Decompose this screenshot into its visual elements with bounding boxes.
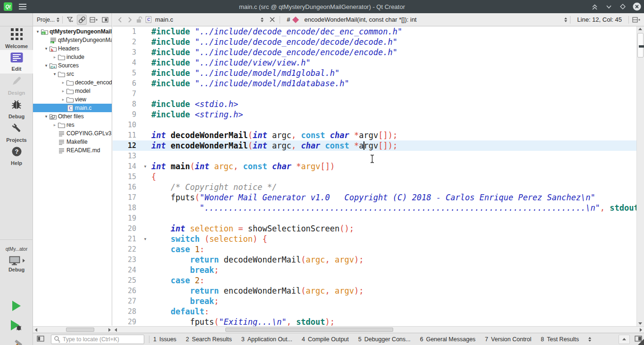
locator-input[interactable]: Type to locate (Ctrl+K) [51,335,144,344]
line-number[interactable]: 19 [113,213,141,223]
line-number[interactable]: 3 [113,47,141,58]
mode-debug[interactable]: Debug [0,97,33,121]
line-number[interactable]: 9 [113,109,141,120]
line-number[interactable]: 27 [113,296,141,306]
code-text[interactable]: #include "../include/decode_encode/dec_e… [149,26,636,37]
tree-item-makefile[interactable]: Makefile [33,138,112,146]
scroll-left-arrow-icon[interactable] [115,328,117,332]
code-text[interactable]: break; [149,296,636,306]
output-pane-button-version-control[interactable]: 7Version Control [485,336,531,343]
output-pane-button-test-results[interactable]: 8Test Results [541,336,579,343]
line-number[interactable]: 22 [113,244,141,255]
code-line[interactable]: 20 int selection = showSelectionScreen()… [113,223,636,234]
pane-selector[interactable]: Proje... [37,16,55,23]
run-button[interactable] [0,296,33,316]
nav-forward-button[interactable] [125,15,134,25]
editor-scrollbar-thumb[interactable] [225,328,393,332]
line-number[interactable]: 21 [113,234,141,244]
output-pane-button-issues[interactable]: 1Issues [153,336,176,343]
expand-open-arrow-icon[interactable]: ▾ [52,72,58,76]
code-text[interactable]: int decodeWonderMail(int argc, const cha… [149,130,636,140]
code-line[interactable]: 16 /* Copyright notice */ [113,182,636,192]
output-pane-button-general-messages[interactable]: 6General Messages [420,336,476,343]
window-shade-button[interactable] [590,2,599,11]
tree-item-src[interactable]: ▾src [33,70,112,78]
code-line[interactable]: 14▾int main(int argc, const char *argv[]… [113,161,636,172]
code-editor[interactable]: 1#include "../include/decode_encode/dec_… [113,26,636,326]
code-text[interactable]: #include <stdio.h> [149,99,636,109]
code-text[interactable]: case 2: [149,275,636,286]
fold-marker-icon[interactable]: ▾ [141,234,149,244]
split-editor-button[interactable] [632,15,641,25]
tree-item-qtmysterydungeonmailgenerator[interactable]: qtqtMysteryDungeonMailGenerator [33,36,112,44]
code-text[interactable]: switch (selection) { [149,234,636,244]
line-number[interactable]: 11 [113,130,141,140]
line-number[interactable]: 24 [113,265,141,275]
code-line[interactable]: 21▾ switch (selection) { [113,234,636,244]
output-pane-selector-icon[interactable] [588,337,591,342]
expand-closed-arrow-icon[interactable]: ▸ [60,89,66,93]
code-text[interactable] [149,120,636,130]
scroll-right-arrow-icon[interactable] [108,328,111,332]
line-number[interactable]: 8 [113,99,141,109]
tree-item-sources[interactable]: ▾C+Sources [33,61,112,70]
code-text[interactable]: fputs("Exiting...\n", stdout); [149,317,636,326]
window-minimize-button[interactable] [604,2,613,11]
code-line[interactable]: 7 [113,89,636,99]
mode-welcome[interactable]: Welcome [0,26,33,50]
line-number[interactable]: 1 [113,26,141,37]
line-number[interactable]: 5 [113,68,141,78]
line-number[interactable]: 23 [113,255,141,265]
code-line[interactable]: 3#include "../include/decode_encode/enco… [113,47,636,58]
scroll-down-arrow-icon[interactable] [638,322,642,325]
line-number[interactable]: 13 [113,151,141,161]
output-pane-button-search-results[interactable]: 2Search Results [186,336,232,343]
split-new-icon[interactable] [89,15,98,25]
tree-item-include[interactable]: ▸include [33,53,112,61]
code-text[interactable]: break; [149,265,636,275]
tree-item-model[interactable]: ▸model [33,87,112,95]
maximize-output-pane-button[interactable] [619,335,630,344]
symbol-updown-icon[interactable] [564,17,567,22]
tree-item-res[interactable]: ▸res [33,121,112,129]
toggle-left-sidebar-button[interactable] [37,335,44,344]
code-line[interactable]: 27 break; [113,296,636,306]
code-line[interactable]: 25 case 2: [113,275,636,286]
code-text[interactable]: case 1: [149,244,636,255]
code-text[interactable]: fputs("Wonder Mail Generator v1.0 Copyri… [149,192,636,203]
code-line[interactable]: 24 break; [113,265,636,275]
nav-back-button[interactable] [116,15,125,25]
line-number[interactable]: 4 [113,58,141,68]
code-text[interactable] [149,89,636,99]
line-number[interactable]: 12 [113,140,141,151]
output-pane-button-debugger-cons-[interactable]: 5Debugger Cons... [358,336,411,343]
code-text[interactable]: ".......................................… [149,203,636,213]
code-line[interactable]: 28 default: [113,306,636,317]
code-text[interactable]: return decodeWonderMail(argc, argv); [149,255,636,265]
code-line[interactable]: 2#include "../include/decode_encode/deco… [113,37,636,47]
code-text[interactable]: int main(int argc, const char *argv[]) [149,161,636,172]
code-text[interactable]: #include <string.h> [149,109,636,120]
expand-open-arrow-icon[interactable]: ▾ [43,63,49,68]
code-text[interactable]: /* Copyright notice */ [149,182,636,192]
code-text[interactable]: #include "../include/model/md1database.h… [149,78,636,89]
hide-sidebar-icon[interactable] [100,15,110,25]
output-pane-button-application-out-[interactable]: 3Application Out... [241,336,292,343]
code-line[interactable]: 15{ [113,172,636,182]
code-line[interactable]: 5#include "../include/model/md1global.h" [113,68,636,78]
line-number[interactable]: 14 [113,161,141,172]
filter-funnel-icon[interactable] [66,15,75,25]
mode-help[interactable]: ?Help [0,144,33,168]
code-line[interactable]: 12int encodeWonderMail(int argc, char co… [113,140,636,151]
tree-item-copying-gplv3[interactable]: COPYING.GPLv3 [33,129,112,138]
scroll-left-arrow-icon[interactable] [35,328,37,332]
code-text[interactable]: int encodeWonderMail(int argc, char cons… [149,140,636,151]
scroll-up-arrow-icon[interactable] [638,28,642,30]
code-text[interactable]: { [149,172,636,182]
tree-item-readme-md[interactable]: README.md [33,146,112,155]
line-number[interactable]: 26 [113,286,141,296]
vertical-scrollbar-thumb[interactable] [637,33,644,58]
code-text[interactable] [149,151,636,161]
line-number[interactable]: 28 [113,306,141,317]
editor-vertical-scrollbar[interactable] [636,26,644,326]
